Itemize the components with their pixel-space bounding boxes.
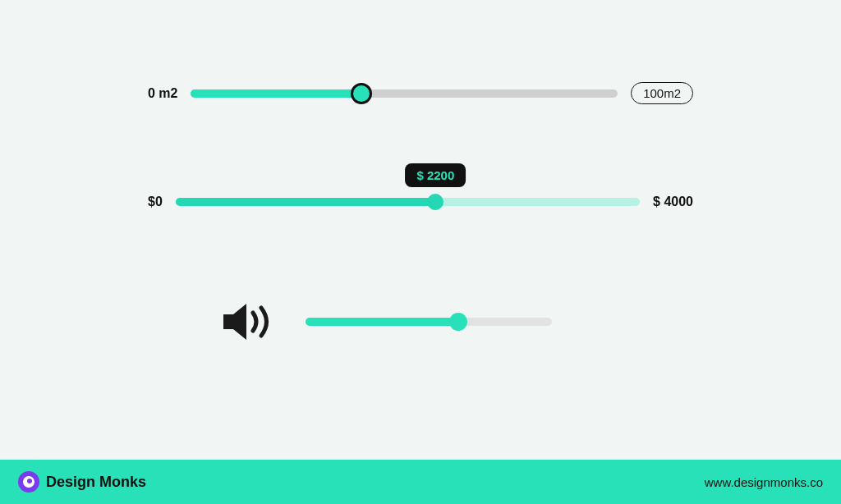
area-min-label: 0 m2 <box>148 86 177 101</box>
price-slider-track[interactable]: $ 2200 <box>176 198 640 206</box>
footer-url[interactable]: www.designmonks.co <box>705 475 823 489</box>
area-max-pill: 100m2 <box>631 82 693 104</box>
brand-logo-icon <box>18 471 39 493</box>
svg-marker-0 <box>223 304 246 340</box>
footer-brand-group: Design Monks <box>18 471 146 493</box>
area-slider-handle[interactable] <box>351 83 372 104</box>
volume-slider-handle[interactable] <box>449 313 467 331</box>
volume-slider-fill <box>306 318 458 326</box>
price-slider-fill <box>176 198 436 206</box>
area-slider-track[interactable] <box>191 89 618 98</box>
volume-slider-row <box>148 300 693 344</box>
area-slider-fill <box>191 89 361 98</box>
price-slider-handle[interactable] <box>427 194 443 210</box>
price-min-label: $0 <box>148 195 163 209</box>
volume-slider-track[interactable] <box>306 318 552 326</box>
footer-bar: Design Monks www.designmonks.co <box>0 460 841 504</box>
brand-name: Design Monks <box>46 474 146 491</box>
price-max-label: $ 4000 <box>653 195 693 209</box>
price-tooltip: $ 2200 <box>405 163 466 187</box>
price-slider-row: $0 $ 2200 $ 4000 <box>148 195 693 209</box>
volume-icon <box>222 300 279 344</box>
area-slider-row: 0 m2 100m2 <box>148 82 693 104</box>
